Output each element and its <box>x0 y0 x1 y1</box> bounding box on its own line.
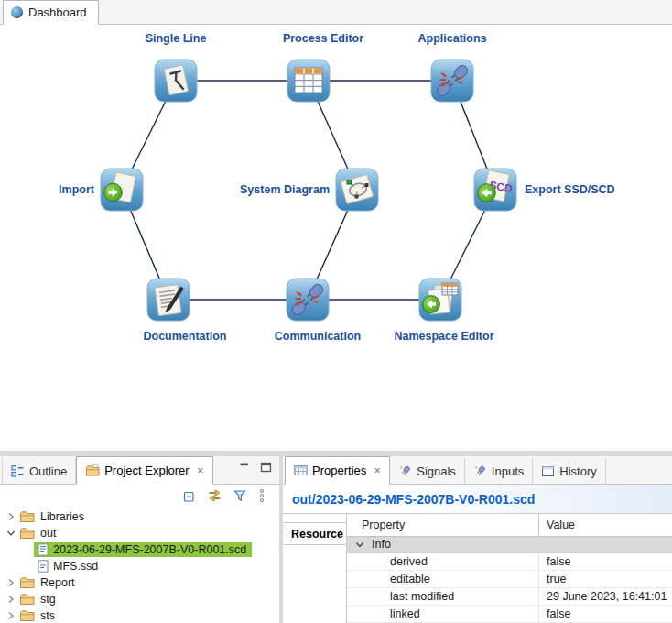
close-icon[interactable]: ✕ <box>374 465 381 475</box>
dashboard-icon <box>11 6 23 18</box>
chevron-right-icon[interactable] <box>6 512 16 521</box>
group-row-info[interactable]: Info <box>347 537 672 554</box>
tree-item-out[interactable]: out <box>0 525 279 541</box>
process-editor-icon <box>287 59 331 103</box>
dashboard-canvas: Single Line Process Editor Applications … <box>0 25 672 451</box>
tab-inputs-label: Inputs <box>492 465 524 478</box>
filter-icon[interactable] <box>233 488 247 503</box>
folder-icon <box>19 510 35 523</box>
group-label: Info <box>372 538 391 551</box>
tab-inputs[interactable]: Inputs <box>465 458 533 485</box>
property-value: false <box>539 555 672 568</box>
property-name: last modified <box>347 588 539 605</box>
tree-item-label: sts <box>40 609 55 622</box>
collapse-all-icon[interactable] <box>182 488 197 503</box>
file-entry[interactable]: MFS.ssd <box>34 559 103 574</box>
label-import: Import <box>9 183 94 196</box>
chevron-right-icon[interactable] <box>6 595 16 604</box>
folder-icon <box>19 576 35 589</box>
dashboard-node-system-diagram[interactable] <box>335 168 379 212</box>
tree-item-stg[interactable]: stg <box>0 591 279 607</box>
outline-icon <box>11 465 25 478</box>
namespace-editor-icon <box>418 278 462 322</box>
tree-item-scd-file[interactable]: 2023-06-29-MFS-2007B-V0-R001.scd <box>0 541 279 558</box>
plug-connect-icon <box>430 59 474 103</box>
dashboard-node-documentation[interactable] <box>146 278 190 322</box>
dashboard-node-applications[interactable] <box>430 59 474 103</box>
tree-item-ssd-file[interactable]: MFS.ssd <box>0 558 279 574</box>
tree-item-label: 2023-06-29-MFS-2007B-V0-R001.scd <box>53 543 246 556</box>
chevron-down-icon[interactable] <box>355 541 364 549</box>
folder-icon <box>19 527 35 540</box>
tree-item-sts[interactable]: sts <box>0 607 279 623</box>
table-row[interactable]: editable true <box>347 571 672 588</box>
tab-signals-label: Signals <box>417 465 456 478</box>
table-icon <box>294 464 308 477</box>
label-process-editor: Process Editor <box>283 32 363 45</box>
table-row[interactable]: linked false <box>347 606 672 623</box>
single-line-icon <box>154 59 198 103</box>
tab-history[interactable]: History <box>533 458 605 485</box>
tab-signals[interactable]: Signals <box>390 458 465 485</box>
folder-icon <box>19 593 35 606</box>
tab-dashboard-label: Dashboard <box>28 5 87 19</box>
label-namespace-editor: Namespace Editor <box>394 330 493 343</box>
tab-dashboard[interactable]: Dashboard <box>3 0 99 25</box>
tree-item-label: Report <box>40 576 75 589</box>
dashboard-node-process-editor[interactable] <box>287 59 331 103</box>
tree-item-label: out <box>40 527 56 540</box>
table-row[interactable]: last modified 29 June 2023, 16:41:01 <box>347 588 672 606</box>
dashboard-node-single-line[interactable] <box>154 59 198 103</box>
view-menu-icon[interactable] <box>257 488 266 503</box>
tab-outline[interactable]: Outline <box>2 458 76 485</box>
label-export-ssd-scd: Export SSD/SCD <box>525 183 615 196</box>
column-header-property[interactable]: Property <box>347 514 539 536</box>
chevron-right-icon[interactable] <box>6 578 16 587</box>
selected-file-entry[interactable]: 2023-06-29-MFS-2007B-V0-R001.scd <box>34 542 252 557</box>
workbench: Dashboard Single Line Process Editor App… <box>0 0 672 623</box>
tab-project-explorer[interactable]: Project Explorer ✕ <box>76 456 212 485</box>
tree-item-report[interactable]: Report <box>0 574 279 591</box>
label-communication: Communication <box>275 330 361 343</box>
editor-tabbar: Dashboard <box>0 0 672 25</box>
system-diagram-icon <box>335 168 379 212</box>
project-tree: Libraries out 2023-06-29-MFS-2007B-V0-R0… <box>0 507 279 623</box>
documentation-icon <box>146 278 190 322</box>
link-with-editor-icon[interactable] <box>207 488 222 503</box>
maximize-icon[interactable] <box>260 462 272 473</box>
import-document-icon <box>100 168 144 212</box>
column-header-value[interactable]: Value <box>539 519 672 531</box>
dashboard-node-namespace-editor[interactable] <box>418 278 462 322</box>
tree-item-label: Libraries <box>40 510 84 523</box>
properties-table: Property Value Info derived false editab… <box>347 514 672 623</box>
chevron-down-icon[interactable] <box>6 529 16 538</box>
history-icon <box>541 465 555 478</box>
file-icon <box>38 560 49 573</box>
explorer-tabbar: Outline Project Explorer ✕ <box>0 456 279 485</box>
plug-icon <box>473 465 487 478</box>
property-name: linked <box>347 606 539 622</box>
property-value: false <box>539 607 672 620</box>
label-single-line: Single Line <box>146 32 207 45</box>
chevron-right-icon[interactable] <box>6 611 16 620</box>
export-scd-icon: SCD <box>473 168 517 212</box>
tree-item-libraries[interactable]: Libraries <box>0 508 279 525</box>
project-explorer-view: Outline Project Explorer ✕ <box>0 456 279 623</box>
properties-view: Properties ✕ Signals Inputs <box>283 456 672 623</box>
dashboard-node-export-ssd-scd[interactable]: SCD <box>473 168 517 212</box>
tab-properties[interactable]: Properties ✕ <box>285 456 390 485</box>
tab-resource[interactable]: Resource <box>283 522 346 545</box>
dashboard-node-import[interactable] <box>100 168 144 212</box>
plug-icon <box>398 465 412 478</box>
label-system-diagram: System Diagram <box>201 183 330 196</box>
file-icon <box>38 543 49 556</box>
table-row[interactable]: derived false <box>347 553 672 571</box>
table-header-row: Property Value <box>347 514 672 537</box>
minimize-icon[interactable] <box>239 462 251 473</box>
folder-icon <box>19 609 35 622</box>
close-icon[interactable]: ✕ <box>197 465 204 475</box>
plug-connect-icon <box>286 278 330 322</box>
dashboard-node-communication[interactable] <box>286 278 330 322</box>
property-name: derived <box>347 553 539 570</box>
tab-outline-label: Outline <box>29 465 67 478</box>
